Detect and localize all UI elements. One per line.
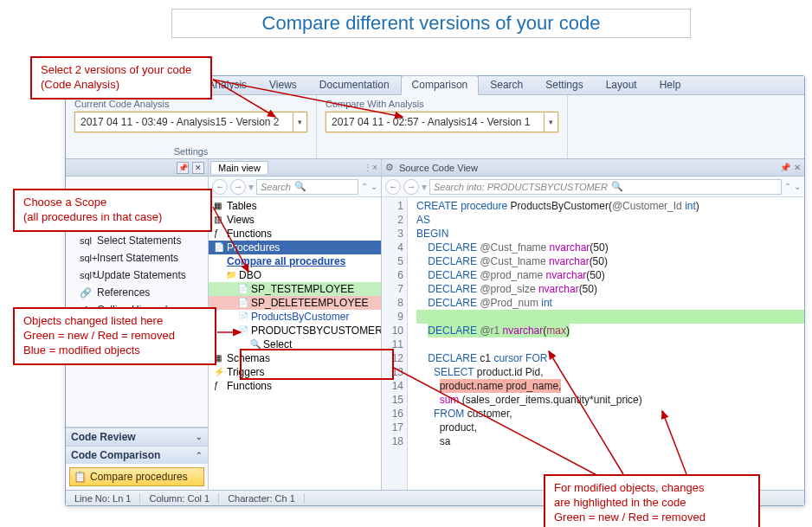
compare-analysis-value: 2017 04 11 - 02:57 - Analysis14 - Versio… — [326, 116, 544, 128]
ribbon-body: Current Code Analysis 2017 04 11 - 03:49… — [66, 95, 804, 159]
item-icon: sql+ — [80, 253, 92, 263]
source-search-input[interactable]: Search into: PRODUCTSBYCUSTOMER 🔍 — [429, 179, 782, 195]
code-line[interactable] — [416, 337, 804, 351]
accordion-code-comparison[interactable]: Code Comparison⌃ — [66, 446, 208, 464]
ribbon-tab-comparison[interactable]: Comparison — [401, 75, 480, 95]
source-panel-header: ⚙ Source Code View 📌 ✕ — [382, 159, 804, 177]
tree-item[interactable]: 📄PRODUCTSBYCUSTOMER — [209, 324, 381, 337]
pin-icon[interactable]: 📌 — [780, 163, 790, 172]
tree-item[interactable]: 📄SP_DELETEEMPLOYEE — [209, 296, 381, 310]
tree-icon: ƒ — [214, 379, 224, 393]
code-line[interactable]: AS — [416, 213, 804, 227]
source-panel-title: Source Code View — [394, 163, 478, 173]
close-icon[interactable]: ✕ — [794, 163, 801, 172]
scope-item-update-statements[interactable]: sql↻Update Statements — [66, 267, 208, 284]
code-line[interactable]: SELECT product.id Pid, — [416, 365, 804, 379]
tree-item[interactable]: 🔍Select — [209, 337, 381, 351]
banner-title: Compare different versions of your code — [262, 12, 601, 35]
tree-icon: ƒ — [214, 227, 224, 241]
expand-icon[interactable]: ⌃ — [361, 182, 368, 191]
tree-item[interactable]: ƒFunctions — [209, 379, 381, 393]
chevron-down-icon[interactable]: ▾ — [544, 112, 557, 132]
code-line[interactable]: DECLARE @Cust_fname nvarchar(50) — [416, 241, 804, 254]
ribbon-tab-views[interactable]: Views — [258, 75, 308, 94]
tree-item[interactable]: ▦Schemas — [209, 351, 381, 365]
tree-icon: ▥ — [214, 213, 224, 227]
code-line[interactable]: DECLARE @Prod_num int — [416, 296, 804, 310]
code-lines[interactable]: CREATE procedure ProductsByCustomer(@Cus… — [413, 197, 804, 490]
panel-grip-icon[interactable]: ⋮× — [364, 163, 381, 172]
accordion-code-review[interactable]: Code Review⌄ — [66, 427, 208, 446]
close-icon[interactable]: ✕ — [192, 162, 204, 174]
code-line[interactable]: DECLARE @Cust_lname nvarchar(50) — [416, 254, 804, 268]
status-line: Line No: Ln 1 — [66, 493, 140, 504]
ribbon-group-footer: Settings — [74, 132, 307, 158]
callout-objects-changed: Objects changed listed here Green = new … — [13, 307, 216, 365]
scope-item-insert-statements[interactable]: sql+Insert Statements — [66, 249, 208, 267]
item-icon: 🔗 — [80, 287, 92, 299]
tree-item[interactable]: 📄Procedures — [209, 241, 381, 254]
tree-item[interactable]: 📄SP_TESTEMPLOYEE — [209, 282, 381, 296]
ribbon-tab-layout[interactable]: Layout — [595, 75, 648, 94]
tree-item[interactable]: 📁DBO — [209, 268, 381, 282]
tree-item[interactable]: ▥Views — [209, 213, 381, 227]
ribbon-tab-documentation[interactable]: Documentation — [308, 75, 401, 94]
nav-fwd-icon[interactable]: → — [403, 179, 419, 195]
tree-toolbar: ← → ▾ Search 🔍 ⌃ ⌄ — [209, 177, 381, 197]
search-icon[interactable]: 🔍 — [611, 181, 623, 192]
expand-icon[interactable]: ⌃ — [784, 182, 791, 191]
code-line[interactable]: FROM customer, — [416, 407, 804, 421]
source-panel: ⚙ Source Code View 📌 ✕ ← → ▾ Search into… — [382, 159, 804, 490]
code-area[interactable]: 123456789101112131415161718 CREATE proce… — [382, 197, 804, 490]
tree-item[interactable]: 📄ProductsByCustomer — [209, 310, 381, 324]
ribbon-group-compare: Compare With Analysis 2017 04 11 - 02:57… — [317, 95, 568, 158]
ribbon-group-current: Current Code Analysis 2017 04 11 - 03:49… — [66, 95, 317, 158]
scope-bottom: Code Review⌄ Code Comparison⌃ 📋 Compare … — [66, 427, 208, 490]
tree-icon: 📄 — [238, 310, 248, 324]
callout-choose-scope: Choose a Scope (all procedures in that c… — [13, 189, 212, 232]
tree-icon: 📄 — [238, 324, 248, 337]
scope-item-select-statements[interactable]: sqlSelect Statements — [66, 232, 208, 249]
collapse-icon[interactable]: ⌄ — [371, 182, 377, 191]
code-line[interactable]: sum (sales_order_items.quantity*unit_pri… — [416, 393, 804, 407]
collapse-icon[interactable]: ⌄ — [794, 182, 801, 191]
object-tree[interactable]: ▦Tables▥ViewsƒFunctions📄ProceduresCompar… — [209, 197, 381, 490]
scope-item-references[interactable]: 🔗References — [66, 284, 208, 301]
gear-icon[interactable]: ⚙ — [382, 162, 394, 173]
ribbon-tab-settings[interactable]: Settings — [534, 75, 594, 94]
tree-panel-tabs: Main view ⋮× — [209, 159, 381, 177]
tree-icon: 📁 — [226, 268, 236, 282]
code-line[interactable]: product.name prod_name, — [416, 379, 804, 393]
tree-search-input[interactable]: Search 🔍 — [256, 179, 358, 195]
status-column: Column: Col 1 — [140, 493, 219, 504]
code-line[interactable]: DECLARE @r1 nvarchar(max) — [416, 324, 804, 337]
code-line[interactable]: product, — [416, 421, 804, 434]
chevron-down-icon[interactable]: ▾ — [293, 112, 306, 132]
tree-icon: 📄 — [238, 282, 248, 296]
tree-icon: 📄 — [214, 241, 224, 254]
tab-main-view[interactable]: Main view — [210, 161, 268, 174]
pin-icon[interactable]: 📌 — [177, 162, 189, 174]
page-banner: Compare different versions of your code — [171, 9, 691, 38]
tree-item[interactable]: Compare all procedures — [209, 254, 381, 268]
nav-back-icon[interactable]: ← — [212, 179, 228, 195]
tree-item[interactable]: ⚡Triggers — [209, 365, 381, 379]
compare-procedures-button[interactable]: 📋 Compare procedures — [69, 467, 204, 486]
code-line[interactable]: CREATE procedure ProductsByCustomer(@Cus… — [416, 199, 804, 213]
compare-analysis-dropdown[interactable]: 2017 04 11 - 02:57 - Analysis14 - Versio… — [325, 112, 558, 132]
tree-item[interactable]: ƒFunctions — [209, 227, 381, 241]
current-analysis-dropdown[interactable]: 2017 04 11 - 03:49 - Analysis15 - Versio… — [74, 112, 307, 132]
ribbon-tab-help[interactable]: Help — [648, 75, 693, 94]
tree-item[interactable]: ▦Tables — [209, 199, 381, 213]
code-line[interactable]: sa — [416, 434, 804, 448]
nav-fwd-icon[interactable]: → — [230, 179, 246, 195]
code-line[interactable]: DECLARE @prod_name nvarchar(50) — [416, 268, 804, 282]
code-line[interactable] — [416, 310, 804, 324]
search-icon[interactable]: 🔍 — [294, 181, 306, 192]
ribbon-tab-search[interactable]: Search — [479, 75, 534, 94]
nav-back-icon[interactable]: ← — [385, 179, 401, 195]
item-icon: sql — [80, 235, 92, 246]
code-line[interactable]: BEGIN — [416, 227, 804, 241]
code-line[interactable]: DECLARE c1 cursor FOR — [416, 351, 804, 365]
code-line[interactable]: DECLARE @prod_size nvarchar(50) — [416, 282, 804, 296]
